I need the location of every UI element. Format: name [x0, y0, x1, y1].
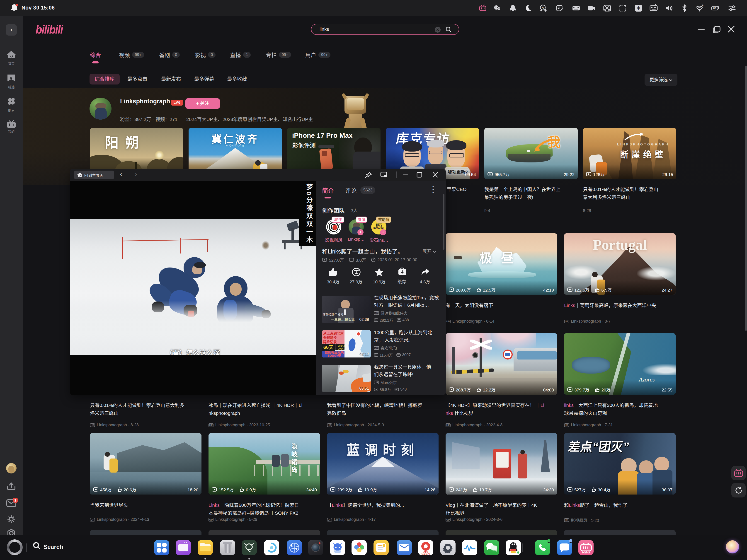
svg-text:6: 6: [702, 4, 703, 7]
svg-text:83: 83: [713, 7, 716, 10]
svg-text:1: 1: [15, 498, 17, 502]
svg-text:A: A: [542, 6, 544, 9]
svg-text:中: 中: [637, 6, 641, 11]
